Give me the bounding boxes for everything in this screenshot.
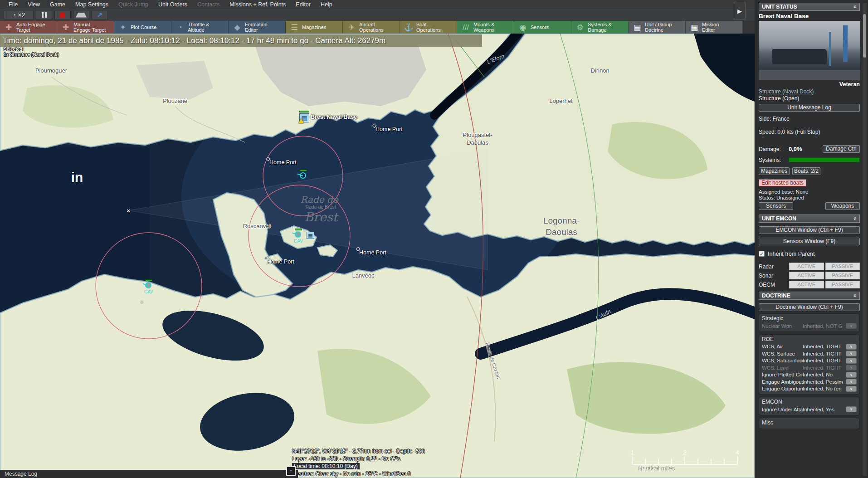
- dropdown-arrow-icon[interactable]: ∨: [846, 344, 857, 350]
- plot-course-icon: ✦: [117, 24, 128, 31]
- aircraft-operations-icon: ✈: [346, 24, 357, 31]
- edit-hosted-boats-button[interactable]: Edit hosted boats: [759, 179, 806, 186]
- boat-operations-label: BoatOperations: [416, 22, 441, 33]
- health-bar: [300, 170, 307, 171]
- systems-health-bar: [789, 157, 860, 162]
- sidebar-scrollbar[interactable]: [862, 3, 867, 476]
- mounts-weapons-icon: ///: [460, 24, 471, 31]
- menu-editor[interactable]: Editor: [291, 0, 316, 9]
- doctrine-label: Nuclear Wpn: [762, 323, 803, 329]
- sonar-active-button[interactable]: ACTIVE: [789, 272, 824, 279]
- systems-damage-button[interactable]: ⚙Systems &Damage: [571, 21, 629, 34]
- magazines-button[interactable]: Magazines: [759, 167, 790, 175]
- unit-message-log-button[interactable]: Unit Message Log: [759, 104, 860, 112]
- reference-point-icon[interactable]: ×: [127, 207, 130, 214]
- doctrine-row-wcs-surface: WCS, SurfaceInherited, TIGHT∨: [762, 350, 857, 357]
- facility-icon[interactable]: ▦: [307, 232, 314, 239]
- emcon-window-button[interactable]: EMCON Window (Ctrl + F9): [759, 226, 860, 234]
- sensors-button[interactable]: ◉Sensors: [514, 21, 571, 34]
- radar-passive-button[interactable]: PASSIVE: [825, 263, 860, 270]
- damage-ctrl-button[interactable]: Damage Ctrl: [823, 145, 860, 153]
- formation-editor-button[interactable]: ◆FormationEditor: [229, 21, 286, 34]
- doctrine-header[interactable]: DOCTRINE »: [759, 292, 860, 300]
- auto-engage-target-button[interactable]: ✚Auto EngageTarget: [0, 21, 57, 34]
- dropdown-arrow-icon[interactable]: ∨: [846, 358, 857, 364]
- oecm-passive-button[interactable]: PASSIVE: [825, 281, 860, 288]
- menu-game[interactable]: Game: [45, 0, 70, 9]
- unit-side: Side: France: [759, 116, 860, 122]
- menu-help[interactable]: Help: [316, 0, 337, 9]
- menu-map-settings[interactable]: Map Settings: [70, 0, 113, 9]
- menu-unit-orders[interactable]: Unit Orders: [153, 0, 192, 9]
- throttle-altitude-button[interactable]: ◔Throttle &Altitude: [171, 21, 229, 34]
- aircraft-operations-button[interactable]: ✈AircraftOperations: [343, 21, 400, 34]
- menu-file[interactable]: File: [4, 0, 23, 9]
- right-sidebar: UNIT STATUS » Brest Naval Base Veteran S…: [755, 0, 868, 478]
- doctrine-window-button[interactable]: Doctrine Window (Ctrl + F9): [759, 303, 860, 311]
- mounts-weapons-button[interactable]: ///Mounts &Weapons: [457, 21, 514, 34]
- scrollbar-thumb[interactable]: [863, 14, 866, 58]
- dropdown-arrow-icon[interactable]: ∨: [846, 379, 857, 385]
- message-log-bar[interactable]: Message Log: [0, 470, 298, 478]
- unit-status-title: UNIT STATUS: [762, 4, 797, 10]
- naval-base-icon[interactable]: ▦: [299, 113, 309, 122]
- sonar-passive-button[interactable]: PASSIVE: [825, 272, 860, 279]
- boats-button[interactable]: Boats: 2/2: [792, 167, 820, 175]
- auto-engage-target-icon: ✚: [3, 24, 14, 31]
- oecm-active-button[interactable]: ACTIVE: [789, 281, 824, 288]
- menu-view[interactable]: View: [23, 0, 45, 9]
- plot-course-button[interactable]: ✦Plot Course: [114, 21, 171, 34]
- unit-group-doctrine-button[interactable]: ▤Unit / GroupDoctrine: [629, 21, 686, 34]
- sensors-window-button[interactable]: Sensors Window (F9): [759, 238, 860, 245]
- sensors-button[interactable]: Sensors: [759, 202, 793, 210]
- emcon-sensor-label: OECM: [759, 282, 788, 288]
- jump-button[interactable]: ↗: [92, 10, 108, 20]
- recorder-button[interactable]: [73, 10, 89, 20]
- radar-active-button[interactable]: ACTIVE: [789, 263, 824, 270]
- unit-type-link[interactable]: Structure (Naval Dock): [759, 88, 860, 95]
- menu-quick-jump: Quick Jump: [113, 0, 153, 9]
- doctrine-label: WCS, Sub-surface: [762, 358, 803, 363]
- dropdown-arrow-icon[interactable]: ∨: [846, 323, 857, 329]
- unit-emcon-header[interactable]: UNIT EMCON »: [759, 215, 860, 223]
- formation-editor-icon: ◆: [232, 24, 243, 31]
- emcon-sensor-label: Sonar: [759, 273, 788, 279]
- unit-name: Brest Naval Base: [759, 13, 860, 20]
- collapse-icon[interactable]: »: [852, 5, 858, 9]
- doctrine-label: Engage Opportunities: [762, 386, 803, 391]
- damage-label: Damage:: [759, 146, 789, 152]
- inherit-from-parent-checkbox[interactable]: ✓: [759, 251, 765, 257]
- toolbar-expander-button[interactable]: ▶: [734, 2, 746, 20]
- weapons-button[interactable]: Weapons: [825, 202, 860, 210]
- reference-point-icon[interactable]: ×: [141, 300, 143, 305]
- manual-engage-target-button[interactable]: ✚ManualEngage Target: [57, 21, 114, 34]
- unit-status-header[interactable]: UNIT STATUS »: [759, 3, 860, 11]
- status-line-2: Local time: 08:10:10 (Day): [292, 463, 360, 469]
- photo-crane: [843, 25, 848, 62]
- mission-editor-button[interactable]: ▦MissionEditor: [686, 21, 743, 34]
- boat-operations-button[interactable]: ⚓BoatOperations: [400, 21, 457, 34]
- pause-button[interactable]: [36, 10, 52, 20]
- doctrine-label: WCS, Air: [762, 344, 803, 349]
- unit-group-doctrine-label: Unit / GroupDoctrine: [645, 22, 672, 33]
- dropdown-arrow-icon[interactable]: ∨: [846, 351, 857, 356]
- dropdown-arrow-icon[interactable]: ∨: [846, 372, 857, 378]
- collapse-icon[interactable]: »: [852, 217, 858, 220]
- doctrine-group-emcon: EMCONIgnore Under AttackInherited, Yes∨: [759, 397, 860, 415]
- unit-label: CAV: [144, 289, 153, 294]
- scale-tick-label: 1: [630, 449, 634, 456]
- message-log-expand-button[interactable]: ↑: [286, 466, 296, 476]
- magazines-button[interactable]: ☰Magazines: [286, 21, 343, 34]
- menu-missions-ref-points[interactable]: Missions + Ref. Points: [224, 0, 291, 9]
- magazines-icon: ☰: [289, 24, 300, 31]
- dropdown-arrow-icon[interactable]: ∨: [846, 406, 857, 412]
- collapse-icon[interactable]: »: [852, 294, 858, 298]
- dropdown-arrow-icon[interactable]: ∨: [846, 365, 857, 371]
- stop-button[interactable]: [54, 10, 71, 20]
- map-viewport[interactable]: 1 2 4 Time: domingo, 21 de abril de 1985…: [0, 34, 755, 478]
- time-compression-button[interactable]: ◔ ×2: [4, 10, 34, 20]
- dropdown-arrow-icon[interactable]: ∨: [846, 386, 857, 392]
- systems-damage-icon: ⚙: [575, 24, 585, 31]
- doctrine-label: Ignore Plotted Course: [762, 372, 803, 377]
- emcon-row-radar: RadarACTIVEPASSIVE: [759, 263, 860, 270]
